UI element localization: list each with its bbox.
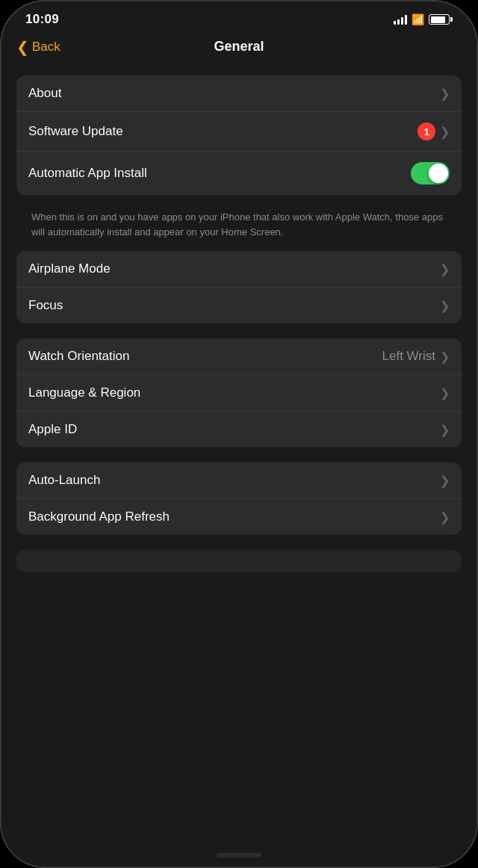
phone-frame: 10:09 📶 ❮ Back General (0, 0, 478, 868)
settings-group-1: About ❯ Software Update 1 ❯ Automatic Ap… (16, 75, 462, 195)
chevron-right-icon: ❯ (440, 474, 450, 488)
focus-label: Focus (28, 298, 63, 313)
settings-group-4: Auto-Launch ❯ Background App Refresh ❯ (16, 462, 462, 535)
back-button[interactable]: ❮ Back (16, 38, 60, 56)
software-update-label: Software Update (28, 124, 123, 139)
automatic-app-install-label: Automatic App Install (28, 166, 147, 181)
camera-dot-icon (380, 15, 389, 24)
settings-group-5 (16, 550, 462, 572)
home-indicator (217, 853, 261, 858)
auto-launch-row[interactable]: Auto-Launch ❯ (16, 462, 462, 499)
toggle-thumb (429, 164, 448, 183)
airplane-mode-label: Airplane Mode (28, 261, 111, 276)
signal-bars-icon (394, 14, 407, 25)
settings-group-3: Watch Orientation Left Wrist ❯ Language … (16, 338, 462, 447)
watch-orientation-row[interactable]: Watch Orientation Left Wrist ❯ (16, 338, 462, 375)
software-update-row[interactable]: Software Update 1 ❯ (16, 112, 462, 152)
chevron-right-icon: ❯ (440, 299, 450, 313)
about-label: About (28, 86, 61, 101)
focus-row[interactable]: Focus ❯ (16, 288, 462, 323)
page-title: General (214, 39, 264, 55)
status-bar: 10:09 📶 (1, 1, 477, 33)
update-badge: 1 (418, 123, 435, 140)
watch-orientation-label: Watch Orientation (28, 349, 129, 364)
language-region-label: Language & Region (28, 385, 140, 400)
chevron-right-icon: ❯ (440, 87, 450, 101)
settings-group-2: Airplane Mode ❯ Focus ❯ (16, 251, 462, 323)
scroll-content: About ❯ Software Update 1 ❯ Automatic Ap… (1, 63, 477, 867)
auto-launch-label: Auto-Launch (28, 473, 100, 488)
automatic-app-install-toggle[interactable] (411, 162, 450, 185)
chevron-right-icon: ❯ (440, 262, 450, 276)
background-app-refresh-label: Background App Refresh (28, 509, 170, 524)
background-app-refresh-row[interactable]: Background App Refresh ❯ (16, 499, 462, 535)
wifi-icon: 📶 (412, 13, 424, 25)
chevron-right-icon: ❯ (440, 350, 450, 364)
chevron-left-icon: ❮ (16, 38, 29, 56)
status-time: 10:09 (25, 12, 59, 27)
chevron-right-icon: ❯ (440, 125, 450, 139)
battery-icon (429, 14, 453, 25)
nav-bar: ❮ Back General (1, 33, 477, 63)
chevron-right-icon: ❯ (440, 386, 450, 400)
back-label: Back (32, 40, 60, 55)
automatic-app-install-row[interactable]: Automatic App Install (16, 152, 462, 195)
automatic-app-install-description: When this is on and you have apps on you… (16, 202, 462, 251)
chevron-right-icon: ❯ (440, 423, 450, 437)
watch-orientation-value: Left Wrist (382, 349, 435, 364)
about-row[interactable]: About ❯ (16, 75, 462, 112)
status-icons: 📶 (380, 13, 453, 25)
language-region-row[interactable]: Language & Region ❯ (16, 375, 462, 412)
airplane-mode-row[interactable]: Airplane Mode ❯ (16, 251, 462, 288)
chevron-right-icon: ❯ (440, 510, 450, 524)
apple-id-row[interactable]: Apple ID ❯ (16, 412, 462, 447)
apple-id-label: Apple ID (28, 422, 77, 437)
